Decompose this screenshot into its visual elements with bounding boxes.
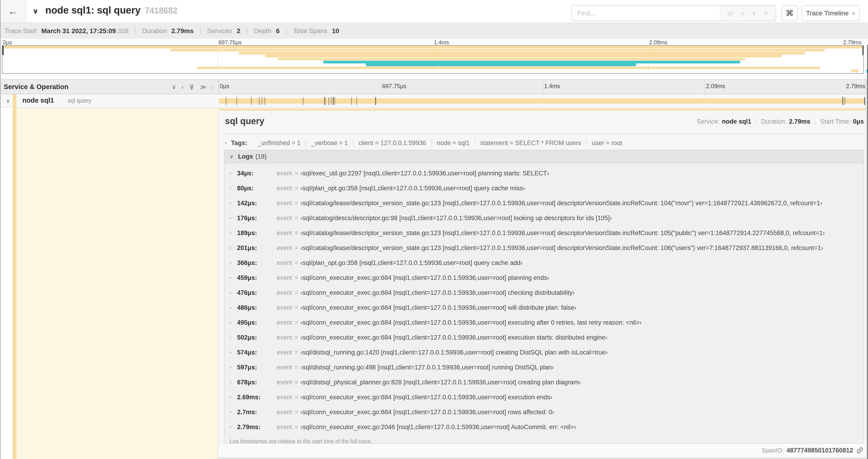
log-field-key: event [277, 349, 292, 356]
view-selector-button[interactable]: Trace Timeline ∨ [802, 5, 860, 21]
log-field-value: ‹sql/catalog/descs/descriptor.go:98 [nsq… [301, 214, 612, 221]
log-expand-icon[interactable]: › [229, 290, 234, 295]
log-row[interactable]: ›597μs:event=‹sql/distsql_running.go:498… [224, 360, 863, 374]
span-id-label: SpanID: [762, 447, 784, 454]
log-expand-icon[interactable]: › [229, 379, 234, 385]
logs-collapse-icon[interactable]: ∨ [229, 154, 233, 160]
log-equals: = [294, 274, 298, 281]
ruler-gridline [381, 80, 381, 94]
log-field-key: event [277, 379, 292, 386]
log-row[interactable]: ›486μs:event=‹sql/conn_executor_exec.go:… [224, 300, 863, 315]
copy-link-icon[interactable] [856, 447, 863, 454]
window-right-edge[interactable] [867, 45, 868, 459]
log-expand-icon[interactable]: › [229, 364, 234, 370]
log-expand-icon[interactable]: › [229, 349, 234, 355]
log-row[interactable]: ›476μs:event=‹sql/conn_executor_exec.go:… [224, 285, 863, 300]
log-equals: = [294, 244, 298, 251]
span-row[interactable]: ∨ node sql1 sql query [0, 94, 868, 108]
log-field-value: ‹sql/conn_executor_exec.go:684 [nsql1,cl… [301, 319, 642, 326]
log-row[interactable]: ›2.69ms:event=‹sql/conn_executor_exec.go… [224, 390, 863, 404]
minimap-canvas[interactable] [2, 45, 864, 74]
minimap-left-scrubber[interactable] [2, 46, 3, 55]
log-timestamp: 574μs: [237, 349, 277, 356]
log-row[interactable]: ›176μs:event=‹sql/catalog/descs/descript… [224, 210, 863, 225]
span-collapse-icon[interactable]: ∨ [6, 98, 10, 104]
log-expand-icon[interactable]: › [229, 245, 234, 251]
log-field-key: event [277, 304, 292, 311]
log-expand-icon[interactable]: › [229, 260, 234, 265]
locate-icon[interactable]: ◎ [728, 9, 733, 17]
log-row[interactable]: ›459μs:event=‹sql/conn_executor_exec.go:… [224, 270, 863, 285]
time-tick-label: 0μs [220, 83, 229, 90]
log-row[interactable]: ›678μs:event=‹sql/distsql_physical_plann… [224, 374, 863, 390]
log-expand-icon[interactable]: › [229, 275, 234, 280]
find-prev-icon[interactable]: ∧ [740, 9, 745, 17]
find-input[interactable] [572, 6, 720, 21]
log-marker-tick [265, 97, 265, 105]
log-row[interactable]: ›366μs:event=‹sql/plan_opt.go:358 [nsql1… [224, 255, 863, 270]
log-expand-icon[interactable]: › [229, 334, 234, 340]
log-row[interactable]: ›80μs:event=‹sql/plan_opt.go:358 [nsql1,… [224, 181, 863, 195]
log-row[interactable]: ›2.79ms:event=‹sql/conn_executor_exec.go… [224, 419, 863, 434]
meta-value: node sql1 [722, 118, 751, 125]
logs-label: Logs [238, 153, 253, 160]
log-field-value: ‹sql/conn_executor_exec.go:2046 [nsql1,c… [301, 423, 576, 430]
span-duration-bar[interactable] [219, 98, 865, 104]
tags-expand-icon[interactable]: › [225, 139, 227, 146]
span-operation-name: sql query [68, 97, 91, 104]
log-marker-tick [333, 97, 334, 105]
tag-item: _verbose = 1 [306, 139, 353, 146]
log-field-key: event [277, 170, 292, 176]
expand-all-icon[interactable]: ≫ [200, 83, 206, 90]
minimap-span-row [2, 49, 863, 52]
log-field-key: event [277, 334, 292, 341]
log-expand-icon[interactable]: › [229, 320, 234, 325]
log-row[interactable]: ›495μs:event=‹sql/conn_executor_exec.go:… [224, 315, 863, 330]
back-button[interactable]: ← [0, 0, 26, 22]
meta-label: Service: [697, 118, 720, 125]
minimap-right-scrubber[interactable] [862, 46, 863, 55]
minimap-span-row [2, 55, 863, 58]
log-row[interactable]: ›574μs:event=‹sql/distsql_running.go:142… [224, 345, 863, 360]
log-row[interactable]: ›142μs:event=‹sql/catalog/lease/descript… [224, 195, 863, 210]
tags-row[interactable]: › Tags: _unfinished = 1_verbose = 1clien… [224, 136, 864, 149]
collapse-one-icon[interactable]: ∨ [172, 83, 176, 90]
span-color-stripe [12, 94, 16, 107]
log-timestamp: 189μs: [237, 229, 277, 236]
log-row[interactable]: ›2.7ms:event=‹sql/conn_executor_exec.go:… [224, 404, 863, 419]
log-equals: = [294, 408, 298, 415]
back-arrow-icon: ← [8, 6, 18, 17]
log-row[interactable]: ›201μs:event=‹sql/catalog/lease/descript… [224, 240, 863, 255]
detail-span-bar [219, 108, 866, 110]
log-field-value: ‹sql/catalog/lease/descriptor_version_st… [301, 229, 825, 236]
log-field-key: event [277, 319, 292, 326]
log-timestamp: 678μs: [237, 379, 277, 386]
log-expand-icon[interactable]: › [229, 305, 234, 310]
log-timestamp: 502μs: [237, 334, 277, 341]
log-row[interactable]: ›34μs:event=‹sql/exec_util.go:2297 [nsql… [224, 166, 863, 181]
log-expand-icon[interactable]: › [229, 230, 234, 236]
column-resize-grip[interactable]: || [211, 84, 215, 91]
span-bar-lane[interactable] [218, 94, 866, 107]
log-expand-icon[interactable]: › [229, 200, 234, 206]
log-expand-icon[interactable]: › [229, 185, 234, 191]
log-expand-icon[interactable]: › [229, 170, 234, 176]
collapse-all-icon[interactable]: ≫ [188, 84, 195, 90]
log-expand-icon[interactable]: › [229, 424, 234, 430]
window-left-edge [0, 0, 0, 459]
log-row[interactable]: ›502μs:event=‹sql/conn_executor_exec.go:… [224, 330, 863, 345]
log-expand-icon[interactable]: › [229, 409, 234, 415]
log-row[interactable]: ›189μs:event=‹sql/catalog/lease/descript… [224, 225, 863, 240]
logs-header[interactable]: ∨ Logs (18) [224, 150, 863, 163]
find-next-icon[interactable]: ∨ [752, 9, 756, 17]
trace-collapse-icon[interactable]: ∨ [33, 7, 38, 15]
log-marker-tick [331, 97, 332, 105]
log-field-value: ‹sql/conn_executor_exec.go:684 [nsql1,cl… [301, 334, 608, 341]
time-tick-label: 697.75μs [219, 39, 242, 46]
log-expand-icon[interactable]: › [229, 215, 234, 221]
find-clear-icon[interactable]: ✕ [764, 9, 769, 17]
keyboard-shortcuts-button[interactable]: ⌘ [782, 5, 798, 21]
log-marker-tick [335, 97, 335, 105]
log-expand-icon[interactable]: › [229, 394, 234, 400]
expand-one-icon[interactable]: › [181, 83, 183, 90]
